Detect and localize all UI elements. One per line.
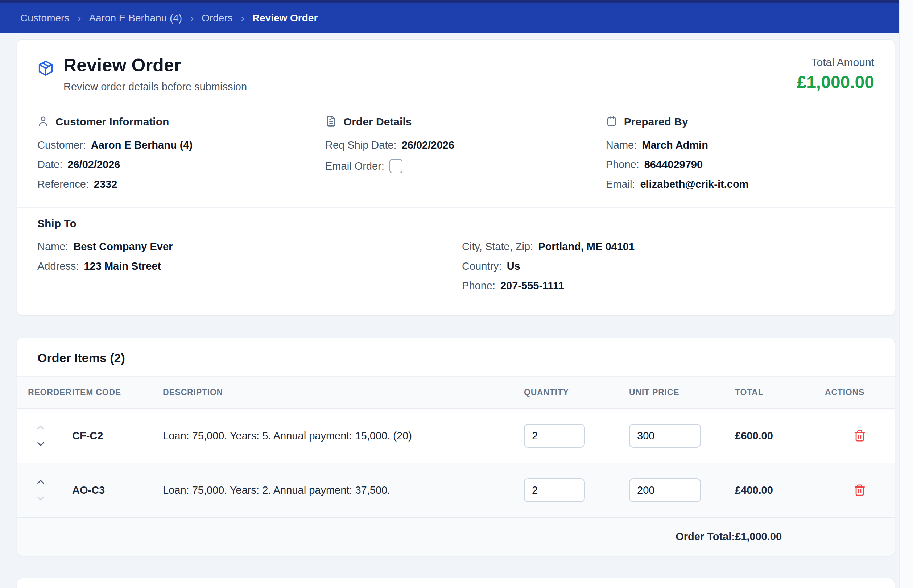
req-ship-date-value: 26/02/2026	[402, 139, 454, 151]
breadcrumb-bar: Customers › Aaron E Berhanu (4) › Orders…	[0, 3, 899, 33]
standard-order-card: Make this standard order	[17, 578, 895, 588]
ship-to-heading: Ship To	[37, 218, 874, 230]
top-accent-strip	[0, 0, 899, 3]
page-subtitle: Review order details before submission	[63, 81, 247, 93]
ship-city-label: City, State, Zip:	[462, 241, 533, 253]
order-details-section: Order Details Req Ship Date:26/02/2026 E…	[325, 115, 606, 198]
ship-phone-label: Phone:	[462, 280, 495, 292]
move-up-icon	[35, 422, 46, 433]
prepared-phone-value: 8644029790	[644, 159, 703, 171]
breadcrumb-separator-icon: ›	[241, 12, 244, 24]
ship-phone-value: 207-555-1111	[500, 280, 564, 292]
review-order-card: Review Order Review order details before…	[17, 39, 895, 316]
move-up-icon[interactable]	[35, 477, 46, 487]
item-description: Loan: 75,000. Years: 5. Annual payment: …	[163, 430, 412, 441]
package-icon	[37, 60, 54, 78]
breadcrumb-separator-icon: ›	[190, 12, 194, 24]
order-total-row: Order Total: £1,000.00	[17, 517, 895, 556]
ship-country-label: Country:	[462, 260, 502, 272]
line-total: £600.00	[735, 430, 773, 441]
prepared-by-section: Prepared By Name:March Admin Phone:86440…	[606, 115, 874, 198]
ship-address-label: Address:	[37, 260, 79, 272]
ship-name-value: Best Company Ever	[73, 241, 173, 253]
ship-name-label: Name:	[37, 241, 68, 253]
reference-label: Reference:	[37, 178, 89, 190]
column-header-unit-price: Unit Price	[629, 376, 735, 409]
date-label: Date:	[37, 159, 62, 171]
order-items-heading: Order Items (2)	[17, 338, 895, 376]
user-icon	[37, 115, 49, 128]
reference-value: 2332	[94, 178, 118, 190]
item-description: Loan: 75,000. Years: 2. Annual payment: …	[163, 484, 390, 496]
column-header-total: Total	[735, 376, 825, 409]
ship-to-section: Ship To Name:Best Company Ever Address:1…	[17, 208, 895, 315]
customer-value: Aaron E Berhanu (4)	[91, 139, 192, 151]
scrollbar-track[interactable]	[899, 0, 913, 588]
delete-item-button[interactable]	[853, 484, 866, 496]
item-code: CF-C2	[72, 430, 103, 441]
ship-city-value: Portland, ME 04101	[538, 241, 635, 253]
table-row: CF-C2 Loan: 75,000. Years: 5. Annual pay…	[17, 409, 895, 463]
total-amount-value: £1,000.00	[797, 72, 874, 92]
move-down-icon[interactable]	[35, 439, 46, 449]
prepared-phone-label: Phone:	[606, 159, 639, 171]
column-header-item-code: Item Code	[72, 376, 163, 409]
item-code: AO-C3	[72, 484, 105, 496]
trash-icon	[853, 430, 866, 442]
customer-information-section: Customer Information Customer:Aaron E Be…	[37, 115, 325, 198]
delete-item-button[interactable]	[853, 430, 866, 442]
breadcrumb: Customers › Aaron E Berhanu (4) › Orders…	[20, 12, 318, 24]
quantity-input[interactable]	[524, 424, 585, 448]
page-title: Review Order	[63, 55, 247, 76]
ship-country-value: Us	[507, 260, 520, 272]
line-total: £400.00	[735, 484, 773, 496]
quantity-input[interactable]	[524, 478, 585, 502]
column-header-quantity: Quantity	[524, 376, 629, 409]
trash-icon	[853, 484, 866, 496]
prepared-name-value: March Admin	[642, 139, 708, 151]
prepared-email-label: Email:	[606, 178, 635, 190]
unit-price-input[interactable]	[629, 424, 701, 448]
prepared-name-label: Name:	[606, 139, 637, 151]
order-total-value: £1,000.00	[735, 517, 825, 556]
table-row: AO-C3 Loan: 75,000. Years: 2. Annual pay…	[17, 463, 895, 517]
breadcrumb-customer-name[interactable]: Aaron E Berhanu (4)	[89, 12, 182, 24]
prepared-email-value: elizabeth@crik-it.com	[640, 178, 748, 190]
breadcrumb-customers[interactable]: Customers	[20, 12, 69, 24]
calendar-icon	[606, 115, 617, 128]
breadcrumb-current-page: Review Order	[252, 12, 318, 24]
order-items-table: Reorder Item Code Description Quantity U…	[17, 376, 895, 556]
document-icon	[325, 115, 337, 128]
column-header-description: Description	[163, 376, 524, 409]
email-order-label: Email Order:	[325, 160, 385, 172]
order-details-heading: Order Details	[343, 116, 412, 128]
column-header-actions: Actions	[825, 376, 895, 409]
breadcrumb-separator-icon: ›	[77, 12, 81, 24]
req-ship-date-label: Req Ship Date:	[325, 139, 397, 151]
ship-address-value: 123 Main Street	[84, 260, 161, 272]
customer-information-heading: Customer Information	[55, 116, 169, 128]
column-header-reorder: Reorder	[17, 376, 72, 409]
prepared-by-heading: Prepared By	[624, 116, 688, 128]
email-order-checkbox[interactable]	[389, 159, 402, 173]
customer-label: Customer:	[37, 139, 86, 151]
breadcrumb-orders[interactable]: Orders	[202, 12, 233, 24]
move-down-icon	[35, 493, 46, 504]
order-items-card: Order Items (2) Reorder Item Code Descri…	[17, 338, 895, 556]
order-total-label: Order Total:	[17, 517, 735, 556]
total-amount-label: Total Amount	[797, 56, 874, 68]
unit-price-input[interactable]	[629, 478, 701, 502]
date-value: 26/02/2026	[68, 159, 120, 171]
